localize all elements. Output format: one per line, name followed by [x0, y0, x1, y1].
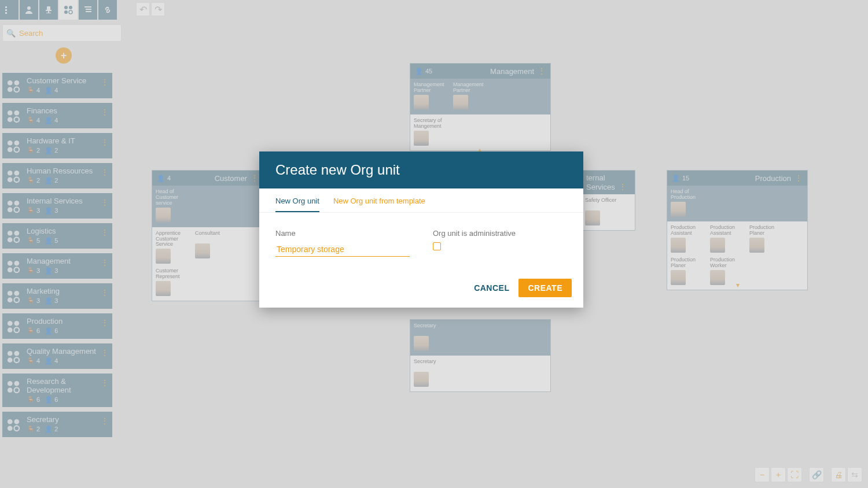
- modal-tabs: New Org unit New Org unit from template: [259, 188, 583, 213]
- create-button[interactable]: CREATE: [518, 279, 572, 297]
- create-orgunit-modal: Create new Org unit New Org unit New Org…: [259, 151, 583, 308]
- cancel-button[interactable]: CANCEL: [474, 283, 509, 293]
- admin-checkbox[interactable]: [433, 242, 441, 250]
- name-label: Name: [275, 229, 410, 238]
- modal-title: Create new Org unit: [259, 151, 583, 188]
- admin-label: Org unit is administrative: [433, 229, 567, 238]
- name-input[interactable]: [275, 242, 410, 257]
- tab-new-orgunit[interactable]: New Org unit: [275, 197, 319, 212]
- tab-new-from-template[interactable]: New Org unit from template: [333, 197, 425, 212]
